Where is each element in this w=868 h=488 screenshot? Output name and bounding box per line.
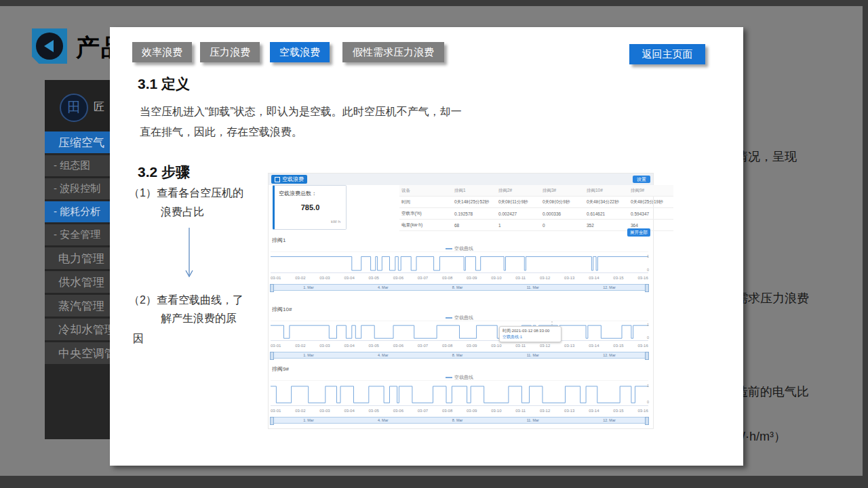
load-curve-svg xyxy=(271,252,648,272)
definition-body: 当空压机进入“卸载”状态，即认为是空载。此时空压机不产气，却一 直在排气，因此，… xyxy=(140,102,462,142)
chart-section-1: 排阀1空载曲线1003-0103-0203-0303-0403-0503-060… xyxy=(271,237,648,299)
legend-label[interactable]: 空载曲线 xyxy=(454,246,473,251)
x-axis-tick: 03-12 xyxy=(540,276,550,280)
x-axis-tick: 03-02 xyxy=(295,409,305,413)
y-axis-tick-min: 0 xyxy=(647,400,649,404)
chart-plot[interactable] xyxy=(271,251,648,273)
expand-all-button[interactable]: 展开全部 xyxy=(627,228,650,237)
sidebar-item-2[interactable]: - 组态图 xyxy=(45,155,118,176)
summary-card-value: 785.0 xyxy=(275,203,346,211)
x-axis-tick: 03-05 xyxy=(369,276,379,280)
chart-plot[interactable] xyxy=(271,321,648,341)
x-axis-tick: 03-07 xyxy=(418,409,428,413)
x-axis-tick: 03-02 xyxy=(295,276,305,280)
x-axis-tick: 03-15 xyxy=(613,276,623,280)
sidebar-item-8[interactable]: 蒸汽管理 xyxy=(45,295,118,317)
x-axis-tick: 03-08 xyxy=(442,276,452,280)
table-cell: 电量(kw·h) xyxy=(399,220,452,231)
slider-label: 8. Mar xyxy=(452,353,463,357)
table-row: 空载率(%)0.1925780.0024270.0003360.6146210.… xyxy=(399,208,673,220)
x-axis-tick: 03-13 xyxy=(564,409,574,413)
slider-label: 11. Mar xyxy=(527,353,539,357)
x-axis-tick: 03-10 xyxy=(491,409,501,413)
x-axis-tick: 03-11 xyxy=(515,276,526,280)
x-axis-tick: 03-01 xyxy=(271,344,281,348)
table-col-header: 排阀9# xyxy=(629,185,673,197)
datazoom-slider[interactable]: 1. Mar4. Mar8. Mar11. Mar12. Mar xyxy=(271,352,648,359)
tab-3[interactable]: 空载浪费 xyxy=(270,42,330,62)
sidebar: 田 匠 压缩空气- 组态图- 波段控制- 能耗分析- 安全管理电力管理供水管理蒸… xyxy=(45,80,118,439)
x-axis-tick: 03-04 xyxy=(344,344,354,348)
tab-1[interactable]: 效率浪费 xyxy=(132,42,192,62)
chart-plot[interactable] xyxy=(271,380,648,406)
slider-label: 11. Mar xyxy=(527,418,539,422)
datazoom-slider[interactable]: 1. Mar4. Mar8. Mar11. Mar12. Mar xyxy=(271,284,648,291)
definition-line1: 当空压机进入“卸载”状态，即认为是空载。此时空压机不产气，却一 xyxy=(140,102,462,122)
settings-button[interactable]: 设置 xyxy=(633,176,650,183)
chart-section-3: 排阀9#空载曲线1003-0103-0203-0303-0403-0503-06… xyxy=(271,365,648,428)
slider-label: 12. Mar xyxy=(603,353,616,357)
legend-label[interactable]: 空载曲线 xyxy=(454,315,473,320)
table-col-header: 排阀2# xyxy=(496,185,540,197)
sidebar-item-10[interactable]: 中央空调管理 xyxy=(45,342,118,364)
table-cell: 352 xyxy=(585,220,629,231)
sidebar-item-3[interactable]: - 波段控制 xyxy=(45,178,118,199)
table-cell: 时间 xyxy=(399,197,452,208)
datazoom-slider[interactable]: 1. Mar4. Mar8. Mar11. Mar12. Mar xyxy=(271,417,648,424)
x-axis-tick: 03-04 xyxy=(344,409,354,413)
step2-line3: 因 xyxy=(133,332,144,346)
x-axis-tick: 03-01 xyxy=(271,276,281,280)
x-axis-tick: 03-11 xyxy=(515,409,526,413)
chart-title: 排阀9# xyxy=(272,365,289,373)
slider-label: 4. Mar xyxy=(378,418,389,422)
step2-line2: 解产生浪费的原 xyxy=(161,312,237,326)
table-cell: 0.002427 xyxy=(496,208,540,220)
table-cell: 1 xyxy=(496,220,540,231)
x-axis-tick: 03-10 xyxy=(491,276,501,280)
table-col-header: 排阀10# xyxy=(585,185,629,197)
x-axis-tick: 03-15 xyxy=(613,344,623,348)
x-axis-ticks: 03-0103-0203-0303-0403-0503-0603-0703-08… xyxy=(271,344,648,348)
legend-label[interactable]: 空载曲线 xyxy=(454,375,473,380)
badge-square-icon xyxy=(275,177,280,182)
summary-card-unit: kW·h xyxy=(331,220,340,224)
x-axis-tick: 03-05 xyxy=(369,344,379,348)
slider-label: 4. Mar xyxy=(378,285,389,289)
x-axis-tick: 03-06 xyxy=(393,344,403,348)
bg-text-fragment-1: 情况，呈现 xyxy=(736,148,797,165)
x-axis-tick: 03-08 xyxy=(442,344,452,348)
x-axis-ticks: 03-0103-0203-0303-0403-0503-0603-0703-08… xyxy=(271,276,648,280)
tab-4[interactable]: 假性需求压力浪费 xyxy=(342,42,444,62)
x-axis-tick: 03-13 xyxy=(564,344,574,348)
y-axis-tick-max: 1 xyxy=(647,384,649,388)
slider-label: 1. Mar xyxy=(303,418,314,422)
device-table: 设备排阀1排阀2#排阀3#排阀10#排阀9#时间0天14时25分52秒0天0时1… xyxy=(399,185,673,231)
sidebar-item-5[interactable]: - 安全管理 xyxy=(45,224,118,245)
slider-label: 11. Mar xyxy=(527,285,539,289)
sidebar-item-7[interactable]: 供水管理 xyxy=(45,271,118,293)
x-axis-tick: 03-04 xyxy=(344,276,354,280)
table-cell: 0天0时0分9秒 xyxy=(540,197,585,208)
legend-line-icon xyxy=(446,248,452,249)
x-axis-tick: 03-06 xyxy=(393,276,403,280)
tooltip-value: 空载曲线:1 xyxy=(502,334,558,340)
x-axis-tick: 03-08 xyxy=(442,409,452,413)
return-home-button[interactable]: 返回主页面 xyxy=(629,44,705,64)
load-curve-svg xyxy=(271,381,648,405)
sidebar-brand-text: 匠 xyxy=(94,100,104,115)
summary-card: 空载浪费总数： 785.0 kW·h xyxy=(273,185,347,230)
table-cell: 0天4时25分19秒 xyxy=(629,197,673,208)
legend-line-icon xyxy=(446,377,452,378)
sidebar-item-1[interactable]: 压缩空气 xyxy=(45,131,118,153)
x-axis-tick: 03-16 xyxy=(637,344,648,348)
x-axis-tick: 03-09 xyxy=(467,276,477,280)
sidebar-item-6[interactable]: 电力管理 xyxy=(45,247,118,269)
x-axis-tick: 03-12 xyxy=(540,344,550,348)
step2-line1: （2）查看空载曲线，了 xyxy=(129,293,243,308)
slider-label: 8. Mar xyxy=(452,418,463,422)
sidebar-item-4[interactable]: - 能耗分析 xyxy=(45,201,118,222)
sidebar-item-9[interactable]: 冷却水管理 xyxy=(45,319,118,340)
table-cell: 0天0时11分9秒 xyxy=(496,197,540,208)
chart-section-2: 排阀10#空载曲线1003-0103-0203-0303-0403-0503-0… xyxy=(271,306,648,368)
tab-2[interactable]: 压力浪费 xyxy=(200,42,260,62)
